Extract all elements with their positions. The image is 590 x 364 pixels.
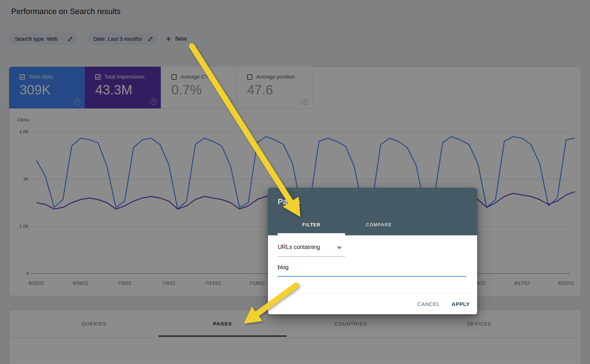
dialog-footer-divider [268, 293, 477, 293]
dropdown-value: URLs containing [278, 244, 320, 250]
pages-filter-dialog: Pages FILTER COMPARE URLs containing CAN… [268, 188, 477, 314]
filter-value-input[interactable] [278, 264, 466, 271]
dialog-header: Pages FILTER COMPARE [268, 188, 477, 235]
dropdown-underline [278, 256, 345, 257]
input-focus-underline [278, 276, 466, 277]
apply-button[interactable]: APPLY [452, 299, 470, 309]
chevron-down-icon [337, 247, 342, 249]
urls-containing-dropdown[interactable]: URLs containing [278, 244, 345, 250]
tab-compare[interactable]: COMPARE [345, 222, 413, 235]
active-tab-indicator [278, 233, 345, 235]
dialog-title: Pages [278, 197, 300, 207]
cancel-button[interactable]: CANCEL [417, 299, 440, 309]
performance-page: Performance on Search results Search typ… [0, 0, 590, 364]
